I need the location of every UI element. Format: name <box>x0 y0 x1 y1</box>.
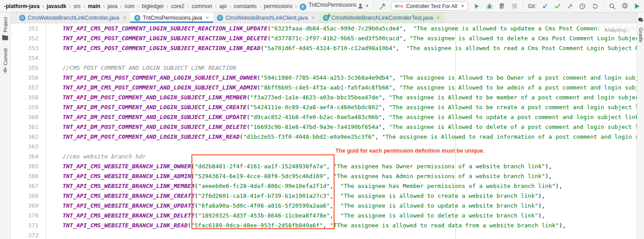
left-tool-stripe: Project Commit <box>0 13 11 239</box>
run-icon[interactable] <box>473 2 481 10</box>
breadcrumb-item[interactable]: -platform-java <box>4 3 40 9</box>
line-number: 370 <box>11 211 46 221</box>
ide-window: -platform-java›javasdk›src›main›java›com… <box>0 0 644 239</box>
tool-button-project[interactable]: Project <box>2 17 8 42</box>
gradle-icon <box>638 16 644 24</box>
line-number: 368 <box>11 191 46 201</box>
code-line: 367TNT_API_CMS_WEBSITE_BRANCH_LINK_MEMBE… <box>11 181 637 191</box>
build-hammer-icon[interactable] <box>378 2 386 10</box>
git-label: Git: <box>528 3 536 9</box>
breadcrumb-item[interactable]: javasdk <box>46 3 67 9</box>
close-icon[interactable]: × <box>206 14 209 21</box>
tab-label: TntCmsPermissions.java <box>143 15 202 21</box>
line-number: 364 <box>11 152 46 162</box>
debug-icon[interactable] <box>485 2 493 10</box>
code-line: 362TNT_API_DM_POST_COMMENT_AND_LOGIN_SUB… <box>11 132 637 142</box>
code-line: 360TNT_API_DM_POST_COMMENT_AND_LOGIN_SUB… <box>11 112 637 122</box>
tab-label: CmsWebsiteBranchLinkController.java <box>28 15 119 21</box>
divider <box>523 2 523 10</box>
history-icon[interactable] <box>578 2 586 10</box>
commit-check-icon[interactable] <box>553 2 561 10</box>
main-row: Project Commit CCmsWebsiteBranchLinkCont… <box>0 13 644 239</box>
code-line: 351TNT_API_CMS_POST_COMMENT_LOGIN_SUBJEC… <box>11 24 637 34</box>
run-configuration-label: Controller Test For All <box>406 3 458 9</box>
line-number: 367 <box>11 181 46 191</box>
enum-icon: E <box>300 4 306 10</box>
divider <box>373 2 374 10</box>
right-tool-stripe: Gradle <box>637 13 644 239</box>
code-text: TNT_API_CMS_WEBSITE_BRANCH_LINK_DELETE("… <box>46 211 637 221</box>
code-line: 364//cms website branch hdr <box>11 152 637 162</box>
code-line: 372 <box>11 230 637 239</box>
tab-label: CmsWebsiteBranchLinkClient.java <box>225 15 308 21</box>
enum-icon: E <box>134 15 140 21</box>
line-number: 363 <box>11 142 46 152</box>
code-text: TNT_API_CMS_POST_COMMENT_LOGIN_SUBJECT_R… <box>46 43 637 53</box>
close-icon[interactable]: × <box>311 14 315 21</box>
chevron-icon: › <box>42 3 44 9</box>
run-configuration-select[interactable]: NTG Controller Test For All ▼ <box>391 1 468 11</box>
breadcrumb-item[interactable]: bigledger <box>141 3 164 9</box>
editor-tab[interactable]: CCmsWebsiteBranchLinkController.java× <box>15 13 130 23</box>
line-number: 361 <box>11 122 46 132</box>
chevron-icon: › <box>295 3 297 9</box>
code-text: TNT_API_CMS_WEBSITE_BRANCH_LINK_ADMIN("5… <box>46 171 637 181</box>
gradle-tool-label: Gradle <box>638 28 644 43</box>
tool-button-gradle[interactable]: Gradle <box>638 16 644 43</box>
code-text: TNT_API_DM_POST_COMMENT_AND_LOGIN_SUBJEC… <box>46 122 637 132</box>
folder-icon <box>2 34 8 42</box>
line-number: 355 <box>11 63 46 73</box>
breadcrumb-item[interactable]: main <box>87 3 101 9</box>
code-text: TNT_API_CMS_WEBSITE_BRANCH_LINK_MEMBER("… <box>46 181 637 191</box>
close-icon[interactable]: × <box>436 14 440 21</box>
line-number: 358 <box>11 93 46 102</box>
line-number: 356 <box>11 73 46 83</box>
gear-icon[interactable]: ⚙ <box>621 2 629 10</box>
code-text: TNT_API_CMS_POST_COMMENT_LOGIN_SUBJECT_R… <box>46 34 637 43</box>
plugin-play-icon[interactable] <box>633 2 641 10</box>
breadcrumb-item[interactable]: core2 <box>170 3 185 9</box>
test-class-icon: C <box>323 15 329 21</box>
breadcrumb-item[interactable]: common <box>191 3 213 9</box>
line-number: 371 <box>11 221 46 230</box>
tool-button-commit[interactable]: Commit <box>2 48 8 75</box>
breadcrumb-item[interactable]: src <box>73 3 81 9</box>
code-text: TNT_API_CMS_WEBSITE_BRANCH_LINK_OWNER("d… <box>46 162 637 171</box>
chevron-icon: › <box>137 3 139 9</box>
editor-tab[interactable]: ETntCmsPermissions.java× <box>130 13 213 23</box>
code-editor[interactable]: 351TNT_API_CMS_POST_COMMENT_LOGIN_SUBJEC… <box>11 23 637 239</box>
close-icon[interactable]: × <box>123 14 127 21</box>
commit-icon <box>2 67 8 75</box>
code-line: 363 <box>11 142 637 152</box>
chevron-icon: › <box>215 3 217 9</box>
breadcrumb-item[interactable]: com <box>124 3 135 9</box>
chevron-down-icon: ▼ <box>461 4 464 8</box>
editor-tab[interactable]: CCmsWebsiteBranchLinkClient.java× <box>213 13 318 23</box>
run-test-arrow-icon <box>326 13 330 18</box>
annotation-text: The guid for each permission definition … <box>335 148 484 154</box>
line-number: 352 <box>11 34 46 43</box>
push-icon[interactable] <box>566 2 574 10</box>
code-text <box>46 230 637 239</box>
user-icon[interactable]: ▼ <box>357 2 369 10</box>
breadcrumb-item[interactable]: ETntCmsPermissions <box>299 2 357 10</box>
code-line: 371TNT_API_CMS_WEBSITE_BRANCH_LINK_READ(… <box>11 221 637 230</box>
editor-tab[interactable]: CCmsWebsiteBranchLinkControllerTest.java… <box>319 13 444 23</box>
code-line: 370TNT_API_CMS_WEBSITE_BRANCH_LINK_DELET… <box>11 211 637 221</box>
vcs-update-icon[interactable] <box>541 2 549 10</box>
search-icon[interactable] <box>608 2 616 10</box>
breadcrumb-item[interactable]: api <box>219 3 227 9</box>
divider <box>603 2 604 10</box>
code-text: TNT_API_CMS_POST_COMMENT_LOGIN_SUBJECT_R… <box>46 24 637 34</box>
coverage-icon[interactable] <box>498 2 506 10</box>
code-text: TNT_API_DM_POST_COMMENT_AND_LOGIN_SUBJEC… <box>46 132 637 142</box>
rollback-icon[interactable] <box>591 2 599 10</box>
code-text: TNT_API_DM_CMS_POST_COMMENT_AND_LOGIN_SU… <box>46 73 637 83</box>
chevron-icon: › <box>166 3 168 9</box>
stop-icon[interactable] <box>510 2 518 10</box>
breadcrumb-item[interactable]: java <box>107 3 118 9</box>
breadcrumb-item[interactable]: constants <box>233 3 257 9</box>
code-line: 368TNT_API_CMS_WEBSITE_BRANCH_LINK_CREAT… <box>11 191 637 201</box>
chevron-icon: › <box>69 3 71 9</box>
breadcrumb-item[interactable]: permissions <box>263 3 293 9</box>
